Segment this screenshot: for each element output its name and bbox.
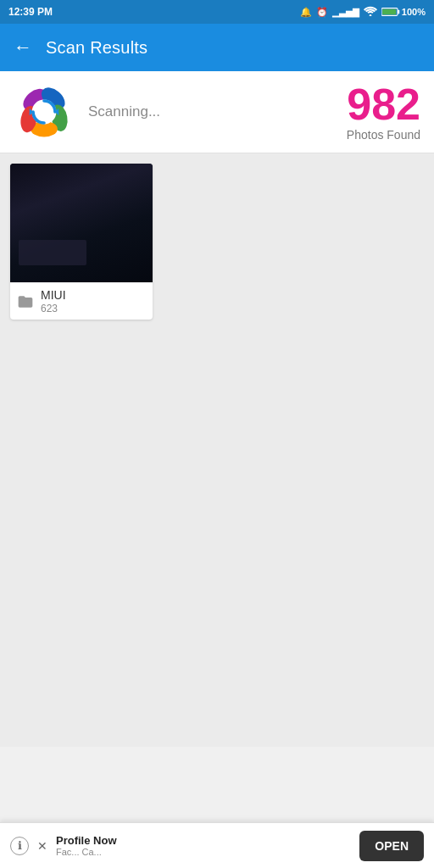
- app-logo: [14, 81, 75, 142]
- ad-subtitle: Fac... Ca...: [56, 847, 351, 857]
- app-bar: ← Scan Results: [0, 24, 434, 71]
- folder-icon: [17, 293, 34, 310]
- ad-title: Profile Now: [56, 834, 351, 847]
- photo-card[interactable]: MIUI 623: [10, 164, 153, 320]
- status-time: 12:39 PM: [8, 6, 53, 18]
- photos-count-block: 982 Photos Found: [347, 82, 420, 142]
- scan-info-row: Scanning... 982 Photos Found: [0, 71, 434, 153]
- ad-text-block: Profile Now Fac... Ca...: [56, 834, 351, 857]
- notification-icon: 🔔: [300, 7, 312, 18]
- status-icons: 🔔 ⏰ ▁▃▅▇ 100%: [300, 6, 426, 18]
- time-display: 12:39 PM: [8, 6, 53, 18]
- photos-count-number: 982: [347, 82, 420, 126]
- photo-card-info: MIUI 623: [41, 288, 146, 314]
- wifi-icon: [364, 6, 377, 18]
- svg-rect-3: [398, 10, 399, 14]
- photos-count-label: Photos Found: [347, 128, 420, 142]
- ad-banner: ℹ ✕ Profile Now Fac... Ca... OPEN: [0, 822, 434, 868]
- svg-rect-2: [382, 9, 396, 15]
- battery-icon: 100%: [381, 7, 426, 17]
- svg-point-0: [370, 14, 372, 16]
- ad-close-button[interactable]: ✕: [37, 839, 47, 853]
- content-area: MIUI 623: [0, 153, 434, 747]
- page-title: Scan Results: [46, 38, 147, 58]
- photo-thumbnail: [10, 164, 153, 282]
- photo-card-name: MIUI: [41, 288, 146, 303]
- signal-icon: ▁▃▅▇: [332, 8, 359, 17]
- back-button[interactable]: ←: [14, 36, 32, 58]
- status-bar: 12:39 PM 🔔 ⏰ ▁▃▅▇ 100%: [0, 0, 434, 24]
- photo-card-count: 623: [41, 303, 146, 314]
- scanning-text: Scanning...: [88, 103, 333, 120]
- ad-info-icon[interactable]: ℹ: [10, 837, 29, 855]
- photo-card-footer: MIUI 623: [10, 282, 153, 320]
- alarm-icon: ⏰: [316, 7, 328, 18]
- ad-open-button[interactable]: OPEN: [359, 831, 424, 861]
